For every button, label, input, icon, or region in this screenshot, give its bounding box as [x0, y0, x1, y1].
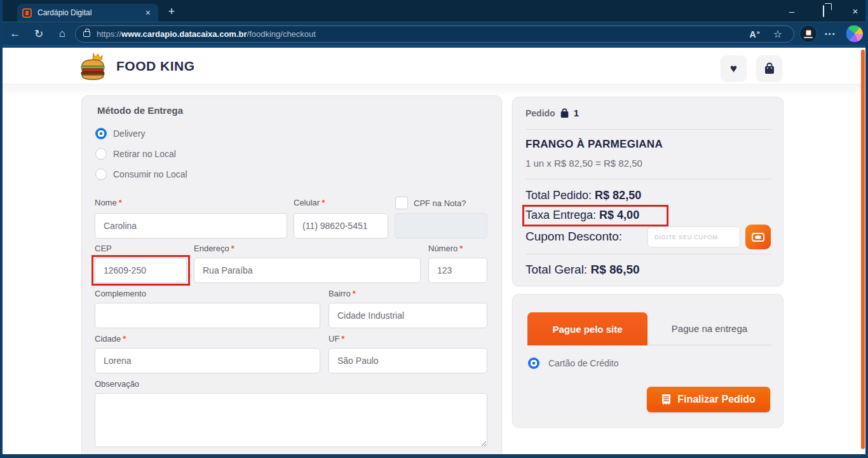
favorite-star-icon[interactable]: ☆ — [773, 28, 782, 40]
taxa-entrega-value: R$ 4,00 — [599, 209, 639, 221]
brand[interactable]: FOOD KING — [79, 52, 195, 80]
uf-input[interactable] — [329, 348, 487, 373]
profile-logo-text — [804, 37, 813, 38]
observacao-textarea[interactable] — [95, 393, 487, 447]
window-border-left — [0, 0, 3, 458]
new-tab-button[interactable]: + — [164, 5, 179, 18]
tab-pague-na-entrega[interactable]: Pague na entrega — [648, 312, 771, 345]
apply-coupon-button[interactable] — [745, 225, 771, 249]
order-summary-card: Pedido 1 FRANGO À PARMEGIANA 1 un x R$ 8… — [512, 97, 783, 286]
browser-toolbar: ← ↻ ⌂ https://www.cardapio.datacaixa.com… — [0, 22, 868, 45]
delivery-option-consumir[interactable]: Consumir no Local — [95, 169, 187, 180]
site-header: FOOD KING ♥ — [3, 48, 865, 85]
coupon-label: Cupom Desconto: — [526, 230, 622, 244]
bairro-input[interactable] — [329, 303, 487, 328]
numero-label: Número* — [428, 244, 463, 253]
payment-method-row[interactable]: Cartão de Crédito — [528, 357, 619, 369]
close-button[interactable]: × — [849, 6, 862, 17]
celular-label: Celular* — [294, 198, 325, 207]
endereco-input[interactable] — [194, 258, 421, 283]
delivery-method-title: Método de Entrega — [97, 105, 183, 116]
divider — [526, 254, 771, 254]
total-pedido-line: Total Pedido: R$ 82,50 — [526, 189, 641, 202]
window-border-bottom — [0, 454, 868, 458]
order-bag-icon — [560, 108, 569, 118]
radio-retirar[interactable] — [95, 148, 107, 160]
copilot-icon[interactable] — [846, 25, 863, 42]
complemento-input[interactable] — [95, 303, 320, 328]
favorites-button[interactable]: ♥ — [721, 55, 747, 81]
cep-label: CEP — [95, 244, 112, 253]
total-geral-line: Total Geral: R$ 86,50 — [526, 263, 640, 277]
bairro-label: Bairro* — [329, 289, 356, 298]
order-title: Pedido — [526, 108, 555, 118]
bag-icon — [764, 62, 775, 74]
radio-cartao-credito[interactable] — [528, 357, 539, 369]
finalizar-pedido-label: Finalizar Pedido — [677, 394, 756, 405]
uf-label: UF* — [329, 334, 344, 344]
complemento-label: Complemento — [95, 289, 146, 298]
nome-label: Nome* — [95, 198, 122, 207]
coupon-input[interactable] — [648, 226, 740, 247]
tab-close-icon[interactable]: × — [143, 8, 153, 18]
ticket-icon — [752, 232, 764, 242]
tab-favicon-icon — [22, 8, 32, 18]
browser-titlebar: Cardápio Digital × + – × — [0, 0, 868, 22]
cart-button[interactable] — [756, 55, 782, 81]
total-geral-value: R$ 86,50 — [590, 263, 639, 276]
address-bar[interactable]: https://www.cardapio.datacaixa.com.br/fo… — [75, 25, 794, 43]
tab-pague-pelo-site[interactable]: Pague pelo site — [527, 312, 648, 345]
order-item-detail: 1 un x R$ 82,50 = R$ 82,50 — [526, 158, 642, 169]
minimize-button[interactable]: – — [785, 6, 798, 17]
page-scrollbar[interactable] — [861, 50, 865, 449]
url-path: /foodking/checkout — [247, 29, 316, 39]
url-text[interactable]: https://www.cardapio.datacaixa.com.br/fo… — [97, 29, 750, 39]
brand-name: FOOD KING — [116, 59, 195, 74]
delivery-option-delivery[interactable]: Delivery — [95, 128, 146, 139]
order-count: 1 — [574, 108, 579, 118]
settings-menu-icon[interactable]: ••• — [825, 22, 836, 45]
celular-input[interactable] — [294, 213, 388, 239]
payment-method-label: Cartão de Crédito — [548, 358, 619, 368]
cpf-input — [395, 213, 487, 239]
restore-button[interactable] — [817, 6, 830, 17]
window-border-right — [865, 0, 868, 458]
cpf-checkbox[interactable] — [395, 197, 408, 209]
cidade-label: Cidade* — [95, 334, 126, 344]
nome-input[interactable] — [95, 213, 287, 239]
total-pedido-value: R$ 82,50 — [595, 189, 641, 202]
payment-card: Pague pelo site Pague na entrega Cartão … — [512, 294, 783, 427]
url-scheme: https:// — [97, 29, 121, 39]
tab-title: Cardápio Digital — [37, 8, 143, 17]
checkout-form-card: Método de Entrega Delivery Retirar no Lo… — [81, 95, 502, 458]
endereco-label: Endereço* — [194, 244, 234, 253]
receipt-icon — [661, 394, 671, 405]
observacao-label: Observação — [95, 379, 139, 389]
profile-logo-icon — [806, 30, 811, 36]
radio-delivery[interactable] — [95, 128, 107, 139]
brand-logo-burger-icon — [79, 52, 106, 80]
back-icon[interactable]: ← — [6, 22, 24, 45]
read-aloud-icon[interactable]: A» — [750, 29, 759, 39]
order-item-name: FRANGO À PARMEGIANA — [526, 138, 663, 151]
delivery-option-retirar[interactable]: Retirar no Local — [95, 148, 176, 160]
profile-avatar[interactable] — [799, 25, 817, 43]
taxa-entrega-line: Taxa Entrega: R$ 4,00 — [526, 209, 639, 222]
finalizar-pedido-button[interactable]: Finalizar Pedido — [647, 387, 770, 412]
home-icon[interactable]: ⌂ — [53, 22, 71, 45]
divider — [526, 179, 771, 179]
heart-icon: ♥ — [730, 62, 737, 76]
cep-input[interactable] — [95, 258, 187, 283]
divider — [526, 129, 771, 130]
url-domain: www.cardapio.datacaixa.com.br — [121, 29, 247, 39]
refresh-icon[interactable]: ↻ — [30, 22, 48, 45]
browser-tab[interactable]: Cardápio Digital × — [17, 4, 158, 22]
cidade-input[interactable] — [95, 348, 320, 373]
cpf-checkbox-label: CPF na Nota? — [414, 198, 466, 208]
numero-input[interactable] — [428, 258, 487, 283]
restore-icon — [823, 5, 824, 17]
lock-icon — [83, 31, 90, 37]
radio-consumir[interactable] — [95, 169, 107, 180]
order-header: Pedido 1 — [526, 108, 579, 118]
